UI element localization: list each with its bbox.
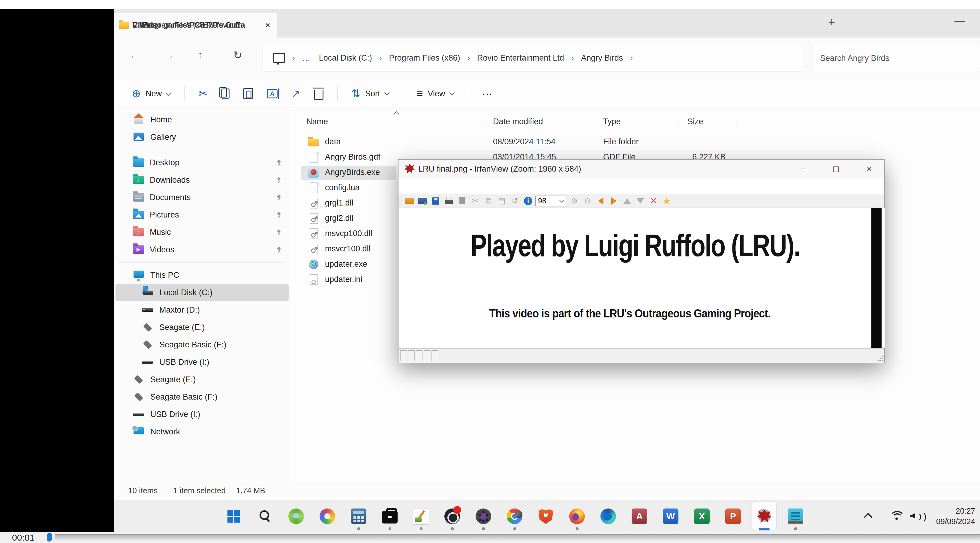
slideshow-icon[interactable]: [417, 195, 428, 206]
zoom-out-icon[interactable]: ⊖: [582, 195, 593, 206]
taskbar-icon[interactable]: [218, 500, 249, 532]
taskbar-icon[interactable]: [343, 500, 374, 532]
open-file-icon[interactable]: [403, 195, 415, 206]
breadcrumb-segment[interactable]: Local Disk (C:): [319, 53, 372, 63]
rename-button[interactable]: A: [267, 89, 278, 98]
share-button[interactable]: ↗: [291, 87, 300, 100]
sidebar-drive-item[interactable]: USB Drive (I:): [114, 406, 290, 423]
sidebar-drive-item[interactable]: Seagate (E:): [114, 319, 290, 336]
sidebar-drive-item[interactable]: Seagate (E:): [114, 371, 290, 388]
previous-image-icon[interactable]: [595, 195, 607, 206]
last-image-icon[interactable]: [634, 195, 646, 206]
seek-bar[interactable]: [55, 534, 980, 541]
seek-handle[interactable]: [47, 533, 52, 541]
copy-button[interactable]: [221, 89, 229, 99]
taskbar-icon[interactable]: [530, 500, 562, 532]
column-header-date-modified[interactable]: Date modified: [493, 117, 543, 126]
sidebar-item[interactable]: Documents: [114, 189, 290, 206]
minimize-button[interactable]: −: [796, 162, 810, 176]
breadcrumb[interactable]: › … Local Disk (C:) › Program Files (x86…: [262, 44, 803, 72]
breadcrumb-segment[interactable]: Program Files (x86): [389, 53, 460, 63]
taskbar-icon[interactable]: [499, 500, 530, 532]
taskbar-icon[interactable]: P: [718, 500, 749, 532]
next-image-icon[interactable]: [608, 195, 620, 206]
sidebar-drive-item[interactable]: Seagate Basic (F:): [114, 388, 290, 406]
see-more-button[interactable]: ···: [482, 87, 493, 100]
folder-icon: [133, 193, 144, 202]
zoom-select[interactable]: 98: [535, 195, 566, 206]
sort-button[interactable]: ⇅ Sort: [352, 87, 389, 100]
back-icon[interactable]: ←: [129, 49, 140, 62]
breadcrumb-ellipsis[interactable]: …: [302, 53, 311, 63]
taskbar-icon[interactable]: [593, 500, 624, 532]
delete-button[interactable]: [314, 87, 323, 100]
taskbar-icon[interactable]: [374, 500, 406, 532]
new-tab-button[interactable]: +: [828, 16, 835, 29]
wifi-icon[interactable]: [889, 510, 904, 522]
close-button[interactable]: ×: [862, 162, 876, 176]
first-image-icon[interactable]: [621, 195, 633, 206]
cut-icon[interactable]: ✂: [469, 195, 481, 206]
column-header-type[interactable]: Type: [603, 117, 621, 126]
paste-icon[interactable]: ▤: [496, 195, 508, 206]
volume-icon[interactable]: [908, 510, 924, 522]
sidebar-item[interactable]: Downloads: [114, 171, 290, 189]
sidebar-drive-item[interactable]: Maxtor (D:): [114, 301, 290, 319]
explorer-tab[interactable]: F:\Video games\PC\LRU's Outra ×: [114, 13, 277, 38]
search-input[interactable]: Search Angry Birds: [813, 44, 980, 72]
info-icon[interactable]: [522, 195, 534, 206]
refresh-icon[interactable]: ↻: [233, 49, 242, 62]
jpg-tools-icon[interactable]: ✕: [648, 195, 660, 206]
delete-icon[interactable]: [456, 195, 468, 206]
taskbar-icon[interactable]: [468, 500, 499, 532]
taskbar-icon[interactable]: X: [686, 500, 718, 532]
sidebar-item[interactable]: Videos: [114, 241, 290, 258]
image-viewport[interactable]: Played by Luigi Ruffolo (LRU). This vide…: [399, 208, 885, 348]
sidebar-drive-item[interactable]: Seagate Basic (F:): [114, 336, 290, 353]
column-divider[interactable]: [594, 118, 594, 129]
taskbar-icon[interactable]: [780, 500, 811, 532]
taskbar-icon[interactable]: [562, 500, 593, 532]
tab-close-icon[interactable]: ×: [264, 21, 272, 30]
taskbar-icon[interactable]: [749, 500, 780, 532]
zoom-in-icon[interactable]: ⊕: [568, 195, 580, 206]
breadcrumb-segment[interactable]: Angry Birds: [581, 53, 623, 63]
sidebar-item[interactable]: Pictures: [114, 206, 290, 224]
irfanview-title-bar[interactable]: LRU final.png - IrfanView (Zoom: 1960 x …: [398, 160, 884, 178]
sidebar-drive-item[interactable]: USB Drive (I:): [114, 353, 290, 371]
window-minimize-button[interactable]: —: [955, 14, 965, 26]
resize-grip[interactable]: [878, 356, 883, 361]
taskbar-clock[interactable]: 20:27 09/09/2024: [936, 506, 980, 527]
column-header-size[interactable]: Size: [687, 117, 703, 126]
taskbar-icon[interactable]: W: [655, 500, 686, 532]
view-button[interactable]: ≡ View: [417, 87, 454, 100]
breadcrumb-segment[interactable]: Rovio Entertainment Ltd: [477, 53, 564, 63]
sidebar-item[interactable]: Gallery: [114, 129, 290, 146]
sidebar-item[interactable]: Home: [114, 111, 290, 129]
maximize-button[interactable]: □: [829, 162, 843, 176]
sidebar-item[interactable]: Music: [114, 224, 290, 241]
taskbar-icon[interactable]: [312, 500, 343, 532]
save-icon[interactable]: [430, 195, 442, 206]
sidebar-item-this-pc[interactable]: This PC: [114, 267, 290, 284]
tray-chevron-up-icon[interactable]: [864, 513, 872, 521]
print-icon[interactable]: [443, 195, 455, 206]
paste-button[interactable]: [243, 88, 253, 99]
taskbar-icon[interactable]: A: [624, 500, 655, 532]
taskbar-icon[interactable]: [280, 500, 312, 532]
forward-icon[interactable]: →: [164, 49, 174, 62]
taskbar-icon[interactable]: [249, 500, 280, 532]
copy-icon[interactable]: ⧉: [482, 195, 495, 206]
cut-button[interactable]: ✂: [198, 87, 207, 100]
new-button[interactable]: ⊕ New: [132, 87, 170, 100]
sidebar-item[interactable]: Desktop: [114, 154, 290, 171]
undo-icon[interactable]: ↺: [509, 195, 521, 206]
taskbar-icon[interactable]: [437, 500, 468, 532]
column-header-name[interactable]: Name: [306, 117, 328, 126]
favorites-icon[interactable]: ★: [661, 195, 673, 206]
sidebar-item-network[interactable]: Network: [114, 423, 290, 440]
sidebar-drive-item[interactable]: Local Disk (C:): [116, 284, 289, 301]
taskbar-icon[interactable]: [406, 500, 437, 532]
file-row[interactable]: data 08/09/2024 11:54 File folder: [290, 134, 980, 150]
up-icon[interactable]: ↑: [197, 49, 203, 62]
